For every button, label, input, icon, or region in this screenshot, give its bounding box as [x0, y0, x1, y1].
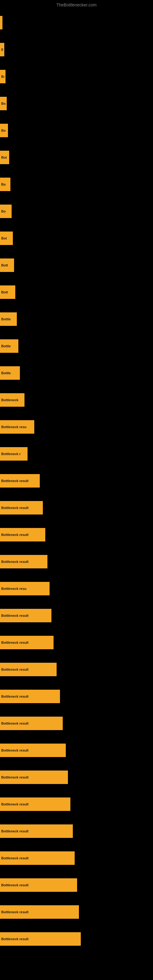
bar-label-29: Bottleneck result: [1, 802, 29, 806]
bar-19: Bottleneck result: [0, 528, 45, 541]
bar-label-20: Bottleneck result: [1, 560, 29, 563]
bar-label-10: Bott: [1, 290, 8, 294]
bar-row: Bottleneck r: [0, 441, 153, 467]
site-title: TheBottlenecker.com: [0, 0, 153, 9]
bar-row: Bottleneck result: [0, 818, 153, 845]
bar-label-26: Bottleneck result: [1, 722, 29, 725]
bar-row: Bottle: [0, 360, 153, 387]
bar-row: B: [0, 36, 153, 63]
bar-33: Bottleneck result: [0, 905, 79, 919]
bar-7: Bo: [0, 205, 12, 218]
bar-row: Bottleneck resu: [0, 414, 153, 441]
bars-container: BBBoBoBoBotBoBoBotBottBottBottleBottleBo…: [0, 9, 153, 953]
bar-2: Bo: [0, 70, 5, 83]
bar-label-32: Bottleneck result: [1, 883, 29, 887]
bar-10: Bott: [0, 285, 15, 299]
bar-21: Bottleneck resu: [0, 582, 49, 595]
bar-label-4: Bo: [1, 129, 6, 132]
bar-label-27: Bottleneck result: [1, 748, 29, 752]
bar-row: Bottleneck result: [0, 926, 153, 953]
bar-row: Bottleneck result: [0, 548, 153, 575]
bar-29: Bottleneck result: [0, 797, 70, 811]
bar-30: Bottleneck result: [0, 824, 73, 838]
bar-row: Bottleneck result: [0, 791, 153, 818]
bar-13: Bottle: [0, 366, 20, 380]
bar-row: Bottleneck result: [0, 872, 153, 899]
bar-15: Bottleneck resu: [0, 420, 34, 434]
bar-label-13: Bottle: [1, 371, 11, 375]
bar-label-17: Bottleneck result: [1, 479, 29, 483]
bar-row: Bott: [0, 279, 153, 305]
bar-row: Bottleneck result: [0, 494, 153, 521]
bar-14: Bottleneck: [0, 393, 24, 407]
bar-18: Bottleneck result: [0, 501, 43, 514]
bar-label-5: Bot: [1, 156, 7, 159]
bar-row: Bottle: [0, 332, 153, 360]
bar-label-19: Bottleneck result: [1, 533, 29, 536]
bar-label-2: Bo: [1, 75, 4, 78]
bar-row: Bottleneck result: [0, 845, 153, 872]
bar-row: Bott: [0, 252, 153, 279]
bar-23: Bottleneck result: [0, 636, 54, 649]
bar-6: Bo: [0, 178, 10, 191]
bar-row: Bottleneck result: [0, 656, 153, 683]
bar-label-12: Bottle: [1, 344, 11, 348]
bar-9: Bott: [0, 258, 14, 272]
bar-31: Bottleneck result: [0, 851, 75, 865]
bar-label-14: Bottleneck: [1, 398, 18, 402]
bar-label-24: Bottleneck result: [1, 668, 29, 671]
bar-0: B: [0, 16, 2, 29]
bar-label-22: Bottleneck result: [1, 614, 29, 617]
bar-row: Bottleneck result: [0, 602, 153, 629]
bar-4: Bo: [0, 124, 8, 137]
bar-row: Bo: [0, 63, 153, 90]
bar-17: Bottleneck result: [0, 474, 40, 488]
bar-label-30: Bottleneck result: [1, 829, 29, 833]
bar-26: Bottleneck result: [0, 717, 63, 730]
bar-24: Bottleneck result: [0, 663, 57, 676]
bar-row: Bottleneck result: [0, 764, 153, 791]
bar-row: Bottleneck result: [0, 737, 153, 764]
bar-label-28: Bottleneck result: [1, 775, 29, 779]
bar-label-33: Bottleneck result: [1, 910, 29, 914]
bar-11: Bottle: [0, 312, 17, 326]
bar-label-11: Bottle: [1, 317, 11, 321]
bar-label-34: Bottleneck result: [1, 937, 29, 941]
bar-3: Bo: [0, 97, 7, 110]
bar-20: Bottleneck result: [0, 555, 48, 568]
bar-row: Bottle: [0, 305, 153, 332]
bar-label-6: Bo: [1, 183, 6, 186]
bar-label-16: Bottleneck r: [1, 452, 21, 456]
bar-row: Bot: [0, 225, 153, 252]
bar-row: Bo: [0, 198, 153, 225]
bar-label-21: Bottleneck resu: [1, 587, 27, 590]
bar-label-23: Bottleneck result: [1, 641, 29, 644]
bar-22: Bottleneck result: [0, 609, 51, 622]
bar-25: Bottleneck result: [0, 690, 60, 703]
bar-row: Bo: [0, 117, 153, 144]
bar-12: Bottle: [0, 339, 18, 353]
bar-label-8: Bot: [1, 236, 7, 240]
bar-row: Bottleneck: [0, 387, 153, 414]
bar-label-25: Bottleneck result: [1, 695, 29, 698]
bar-1: B: [0, 43, 4, 56]
bar-row: Bo: [0, 171, 153, 198]
bar-label-7: Bo: [1, 210, 6, 213]
bar-row: Bottleneck result: [0, 899, 153, 926]
bar-row: Bottleneck result: [0, 683, 153, 710]
bar-row: Bot: [0, 144, 153, 171]
bar-32: Bottleneck result: [0, 878, 77, 892]
bar-5: Bot: [0, 151, 9, 164]
bar-label-15: Bottleneck resu: [1, 425, 27, 429]
bar-row: Bottleneck result: [0, 710, 153, 737]
bar-row: Bottleneck result: [0, 629, 153, 656]
bar-28: Bottleneck result: [0, 770, 68, 784]
bar-27: Bottleneck result: [0, 744, 66, 757]
bar-16: Bottleneck r: [0, 447, 27, 461]
bar-row: Bottleneck result: [0, 521, 153, 548]
bar-row: Bottleneck resu: [0, 575, 153, 602]
bar-label-18: Bottleneck result: [1, 506, 29, 510]
bar-row: Bo: [0, 90, 153, 117]
bar-8: Bot: [0, 232, 13, 245]
bar-row: Bottleneck result: [0, 467, 153, 494]
